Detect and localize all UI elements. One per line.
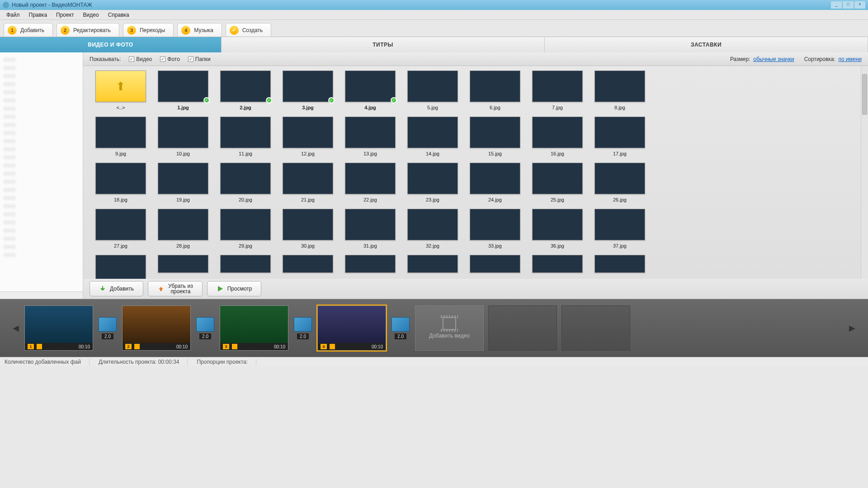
thumbnail-image bbox=[532, 70, 583, 102]
edit-icon[interactable] bbox=[232, 344, 237, 349]
preview-button[interactable]: Просмотр bbox=[207, 281, 262, 296]
thumbnail-item[interactable] bbox=[403, 255, 462, 279]
minimize-button[interactable]: _ bbox=[831, 1, 842, 9]
thumbnail-item[interactable]: 12.jpg bbox=[278, 117, 337, 161]
thumbnail-item[interactable]: 31.jpg bbox=[341, 209, 400, 253]
thumbnail-item[interactable]: 23.jpg bbox=[403, 163, 462, 207]
thumbnail-item[interactable]: 27.jpg bbox=[91, 209, 150, 253]
step-create[interactable]: ✓Создать bbox=[226, 23, 272, 37]
thumbnail-item[interactable]: 37.jpg bbox=[590, 209, 649, 253]
size-link[interactable]: обычные значки bbox=[753, 56, 794, 62]
thumbnail-item[interactable]: <..> bbox=[91, 70, 150, 115]
selected-badge-icon bbox=[391, 97, 397, 103]
thumbnail-image bbox=[345, 209, 396, 240]
checkbox-video[interactable]: ✓Видео bbox=[129, 56, 152, 62]
thumbnail-item[interactable] bbox=[590, 255, 649, 279]
checkbox-photo[interactable]: ✓Фото bbox=[160, 56, 180, 62]
tree-hscroll[interactable] bbox=[0, 291, 83, 299]
content-tabs: ВИДЕО И ФОТО ТИТРЫ ЗАСТАВКИ bbox=[0, 37, 868, 52]
edit-icon[interactable] bbox=[330, 344, 335, 349]
sort-link[interactable]: по имени bbox=[839, 56, 862, 62]
thumbnail-image bbox=[95, 117, 146, 148]
transition-slot[interactable]: 2.0 bbox=[293, 317, 313, 339]
checkbox-folders[interactable]: ✓Папки bbox=[188, 56, 211, 62]
thumbnail-label: 13.jpg bbox=[363, 151, 377, 156]
thumbnail-item[interactable]: 17.jpg bbox=[590, 117, 649, 161]
timeline-next[interactable]: ▶ bbox=[848, 305, 856, 351]
step-transitions[interactable]: 3Переходы bbox=[123, 23, 174, 37]
timeline-clip[interactable]: 400:10 bbox=[317, 305, 386, 351]
thumbnail-item[interactable] bbox=[154, 255, 212, 279]
thumbnail-item[interactable]: 25.jpg bbox=[528, 163, 587, 207]
add-button[interactable]: Добавить bbox=[90, 281, 143, 296]
thumbnail-item[interactable]: 15.jpg bbox=[466, 117, 524, 161]
thumbnail-item[interactable]: 18.jpg bbox=[91, 163, 150, 207]
menu-video[interactable]: Видео bbox=[79, 10, 104, 19]
menu-help[interactable]: Справка bbox=[104, 10, 134, 19]
thumbnail-item[interactable]: 4.jpg bbox=[341, 70, 400, 115]
thumbnail-item[interactable]: 24.jpg bbox=[466, 163, 524, 207]
timeline-clip[interactable]: 300:10 bbox=[220, 305, 288, 351]
thumbnail-item[interactable]: 2.jpg bbox=[216, 70, 275, 115]
timeline-prev[interactable]: ◀ bbox=[12, 305, 20, 351]
edit-icon[interactable] bbox=[37, 344, 42, 349]
thumbnail-item[interactable]: 11.jpg bbox=[216, 117, 275, 161]
timeline-clip[interactable]: 200:10 bbox=[122, 305, 191, 351]
edit-icon[interactable] bbox=[134, 344, 140, 349]
thumbnail-item[interactable] bbox=[341, 255, 400, 279]
folder-tree[interactable]: ▸ ▸ ▸▸ ▸ ▸▸ ▸ ▸▸ ▸ ▸▸ ▸ ▸▸ ▸ ▸▸ ▸ ▸▸ ▸ ▸… bbox=[0, 52, 83, 299]
thumbnail-item[interactable]: 19.jpg bbox=[154, 163, 212, 207]
thumbnail-item[interactable]: 26.jpg bbox=[590, 163, 649, 207]
thumbnail-item[interactable]: 36.jpg bbox=[528, 209, 587, 253]
thumbnail-item[interactable]: 3.jpg bbox=[278, 70, 337, 115]
thumbnail-item[interactable]: 13.jpg bbox=[341, 117, 400, 161]
step-music[interactable]: 4Музыка bbox=[177, 23, 222, 37]
thumbnail-label: 15.jpg bbox=[488, 151, 502, 156]
remove-button[interactable]: Убрать из проекта bbox=[148, 281, 203, 296]
step-add[interactable]: 1Добавить bbox=[4, 23, 53, 37]
transition-slot[interactable]: 2.0 bbox=[195, 317, 215, 339]
thumbnail-item[interactable] bbox=[528, 255, 587, 279]
transition-slot[interactable]: 2.0 bbox=[391, 317, 410, 339]
thumbnail-image bbox=[594, 209, 645, 240]
menu-project[interactable]: Проект bbox=[52, 10, 79, 19]
thumbnail-item[interactable] bbox=[216, 255, 275, 279]
thumbnail-item[interactable]: 33.jpg bbox=[466, 209, 524, 253]
thumbnail-item[interactable]: 38.jpg bbox=[91, 255, 150, 279]
maximize-button[interactable]: □ bbox=[843, 1, 854, 9]
thumbnail-item[interactable]: 9.jpg bbox=[91, 117, 150, 161]
thumbnail-item[interactable]: 6.jpg bbox=[466, 70, 524, 115]
tab-titles[interactable]: ТИТРЫ bbox=[222, 37, 545, 52]
thumbnail-item[interactable]: 8.jpg bbox=[590, 70, 649, 115]
thumbnail-item[interactable]: 22.jpg bbox=[341, 163, 400, 207]
thumbnail-item[interactable]: 21.jpg bbox=[278, 163, 337, 207]
thumbnail-item[interactable]: 1.jpg bbox=[154, 70, 212, 115]
tab-splashes[interactable]: ЗАСТАВКИ bbox=[545, 37, 868, 52]
thumbnail-label: 32.jpg bbox=[426, 243, 439, 249]
thumbnail-item[interactable]: 20.jpg bbox=[216, 163, 275, 207]
main-area: ▸ ▸ ▸▸ ▸ ▸▸ ▸ ▸▸ ▸ ▸▸ ▸ ▸▸ ▸ ▸▸ ▸ ▸▸ ▸ ▸… bbox=[0, 52, 868, 299]
thumbnail-label: 27.jpg bbox=[114, 243, 127, 249]
thumbnail-item[interactable]: 29.jpg bbox=[216, 209, 275, 253]
step-edit[interactable]: 2Редактировать bbox=[57, 23, 119, 37]
timeline-clip[interactable]: 100:10 bbox=[24, 305, 93, 351]
add-video-slot[interactable]: Добавить видео bbox=[415, 305, 484, 351]
thumbnail-item[interactable]: 14.jpg bbox=[403, 117, 462, 161]
thumbnail-item[interactable]: 30.jpg bbox=[278, 209, 337, 253]
menu-file[interactable]: Файл bbox=[2, 10, 24, 19]
menu-edit[interactable]: Правка bbox=[24, 10, 52, 19]
thumbnail-item[interactable]: 5.jpg bbox=[403, 70, 462, 115]
tab-video-photo[interactable]: ВИДЕО И ФОТО bbox=[0, 37, 222, 52]
thumbnail-item[interactable]: 16.jpg bbox=[528, 117, 587, 161]
close-button[interactable]: × bbox=[854, 1, 865, 9]
thumbnail-item[interactable]: 32.jpg bbox=[403, 209, 462, 253]
step-label: Музыка bbox=[194, 27, 213, 33]
thumbnail-item[interactable]: 28.jpg bbox=[154, 209, 212, 253]
thumb-vscroll[interactable] bbox=[861, 66, 868, 279]
thumbnail-item[interactable]: 7.jpg bbox=[528, 70, 587, 115]
thumbnail-item[interactable] bbox=[466, 255, 524, 279]
thumbnail-item[interactable] bbox=[278, 255, 337, 279]
thumbnail-image bbox=[158, 70, 208, 102]
thumbnail-item[interactable]: 10.jpg bbox=[154, 117, 212, 161]
transition-slot[interactable]: 2.0 bbox=[98, 317, 118, 339]
